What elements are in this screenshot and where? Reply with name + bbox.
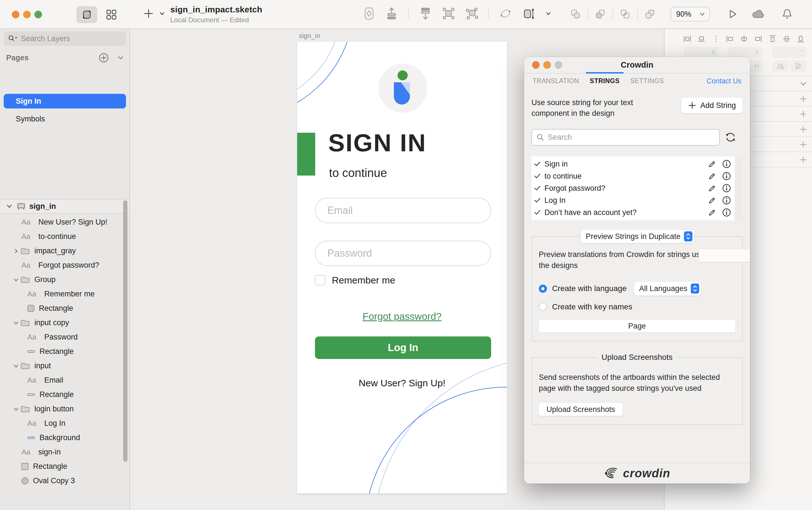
create-with-key-names-radio[interactable] [539, 303, 547, 311]
string-row[interactable]: Sign in [531, 158, 743, 170]
preview-strings-popup[interactable]: Preview Strings in Duplicate [580, 230, 694, 243]
string-row[interactable]: Log In [531, 194, 743, 207]
contact-us-link[interactable]: Contact Us [706, 77, 742, 85]
forgot-password-link[interactable]: Forgot password? [297, 311, 507, 322]
y-position-field[interactable]: Y [728, 47, 762, 58]
ungroup-button[interactable] [465, 7, 478, 20]
zoom-level-dropdown[interactable]: 90% [670, 7, 710, 22]
layer-row[interactable]: AaRemember me [0, 287, 129, 301]
email-field[interactable]: Email [315, 198, 491, 223]
add-style-button[interactable] [799, 109, 808, 119]
layer-row[interactable]: AaLog In [0, 416, 129, 430]
layer-row[interactable]: impact_gray [0, 244, 129, 258]
info-icon[interactable] [722, 159, 731, 169]
align-top-button[interactable] [768, 34, 777, 44]
log-in-button[interactable]: Log In [315, 336, 491, 359]
resize-constraints-button[interactable] [522, 7, 535, 20]
insert-menu-chevron[interactable] [159, 10, 166, 17]
edit-string-button[interactable] [708, 208, 717, 217]
layer-row[interactable]: Rectangle [0, 301, 129, 316]
password-field[interactable]: Password [315, 241, 491, 266]
grid-view-toggle[interactable] [105, 8, 118, 21]
tab-translation[interactable]: TRANSLATION [532, 77, 579, 85]
edit-string-button[interactable] [708, 196, 717, 205]
edit-pencil-icon[interactable] [708, 172, 717, 181]
align-right-button[interactable] [753, 34, 763, 44]
search-layers-input[interactable]: Search Layers [4, 31, 126, 46]
string-row[interactable]: Forgot password? [531, 182, 743, 194]
layer-row[interactable]: input copy [0, 316, 129, 330]
layer-row[interactable]: Rectangle [0, 344, 129, 359]
boolean-difference-button[interactable] [645, 9, 655, 19]
add-string-button[interactable]: Add String [681, 97, 743, 113]
layer-row[interactable]: AaNew User? Sign Up! [0, 215, 129, 229]
layer-row[interactable]: AaEmail [0, 373, 129, 387]
string-info-button[interactable] [722, 196, 731, 205]
layer-row[interactable]: Group [0, 272, 129, 287]
artboard-group-row[interactable]: sign_in [0, 199, 129, 214]
remember-me-checkbox[interactable] [315, 275, 325, 286]
add-page-button[interactable] [98, 52, 109, 63]
create-with-language-radio[interactable] [539, 284, 547, 293]
strings-list-scrollbar[interactable] [735, 156, 743, 220]
minimize-window-button[interactable] [543, 61, 551, 69]
sign-up-text[interactable]: New User? Sign Up! [297, 378, 507, 389]
edit-string-button[interactable] [708, 159, 717, 169]
page-button[interactable]: Page [539, 320, 735, 332]
layer-row[interactable]: Oval Copy 3 [0, 474, 129, 488]
align-middle-vertical-button[interactable] [782, 34, 791, 44]
string-info-button[interactable] [722, 171, 731, 181]
layer-row[interactable]: AaPassword [0, 330, 129, 344]
info-icon[interactable] [722, 196, 731, 205]
transform-button[interactable] [499, 7, 512, 20]
boolean-intersect-button[interactable] [620, 9, 630, 19]
string-row[interactable]: to continue [531, 170, 743, 182]
boolean-union-button[interactable] [571, 9, 580, 19]
resize-menu-chevron[interactable] [545, 10, 551, 17]
notifications-button[interactable] [782, 8, 793, 20]
add-style-button[interactable] [799, 155, 808, 164]
layer-row[interactable]: Rectangle [0, 387, 129, 402]
edit-pencil-icon[interactable] [708, 208, 717, 217]
info-icon[interactable] [722, 171, 731, 181]
align-center-horizontal-button[interactable] [739, 34, 749, 44]
layer-row[interactable]: Background [0, 430, 129, 445]
bring-forward-button[interactable] [385, 7, 398, 20]
page-item-sign-in[interactable]: Sign In [4, 94, 126, 109]
edit-string-button[interactable] [708, 184, 717, 193]
info-icon[interactable] [722, 183, 731, 193]
edit-pencil-icon[interactable] [708, 196, 717, 205]
fullscreen-window-button[interactable] [34, 11, 42, 18]
language-popup[interactable]: All Languages [634, 282, 701, 296]
distribute-vertical-button[interactable] [697, 34, 706, 44]
add-style-button[interactable] [799, 94, 808, 104]
refresh-strings-button[interactable] [724, 131, 737, 143]
upload-screenshots-button[interactable]: Upload Screenshots [539, 403, 623, 416]
layer-row[interactable]: input [0, 359, 129, 373]
string-info-button[interactable] [722, 183, 731, 193]
create-symbol-button[interactable] [363, 7, 375, 20]
distribute-horizontal-button[interactable] [683, 34, 692, 44]
sidebar-scrollbar[interactable] [123, 200, 127, 462]
insert-button[interactable] [142, 7, 155, 20]
artboard-title[interactable]: sign_in [299, 32, 320, 40]
minimize-window-button[interactable] [23, 11, 31, 18]
more-options-button[interactable] [711, 34, 721, 44]
page-item-symbols[interactable]: Symbols [4, 112, 126, 126]
artboard-button[interactable]: Artboard [699, 249, 750, 262]
flip-horizontal-button[interactable] [772, 60, 789, 71]
align-left-button[interactable] [725, 34, 735, 44]
flip-vertical-button[interactable] [790, 60, 807, 71]
artboard[interactable]: SIGN IN to continue Email Password Remem… [297, 42, 507, 493]
group-button[interactable] [442, 7, 455, 20]
close-window-button[interactable] [12, 11, 20, 18]
edit-pencil-icon[interactable] [708, 159, 717, 169]
add-style-button[interactable] [799, 124, 808, 134]
tab-settings[interactable]: SETTINGS [631, 77, 664, 85]
collapse-section-button[interactable] [799, 79, 808, 89]
strings-search-input[interactable]: Search [531, 129, 720, 146]
collapse-pages-button[interactable] [117, 54, 125, 62]
cloud-sync-button[interactable] [752, 8, 766, 20]
rotation-field[interactable]: ° [772, 47, 807, 58]
layer-row[interactable]: Aato-continue [0, 229, 129, 244]
